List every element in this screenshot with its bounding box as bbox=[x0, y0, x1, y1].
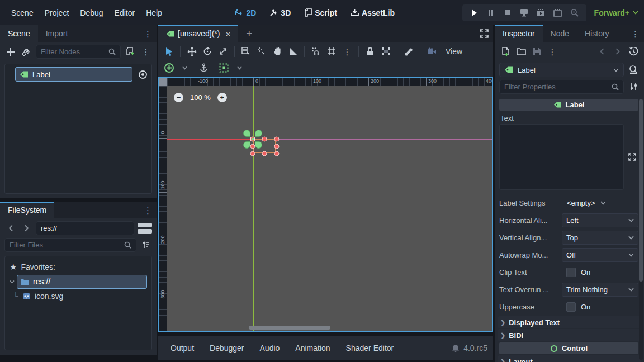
resource-options-menu-icon[interactable]: ⋮ bbox=[546, 45, 558, 58]
move-tool-button[interactable] bbox=[186, 45, 198, 58]
position-select-tool-button[interactable] bbox=[255, 45, 268, 58]
inspector-dock-menu-icon[interactable]: ⋮ bbox=[631, 30, 640, 38]
add-node-button[interactable] bbox=[4, 45, 17, 59]
pan-tool-button[interactable] bbox=[271, 45, 283, 58]
scale-tool-button[interactable] bbox=[217, 45, 229, 58]
new-scene-tab-button[interactable]: + bbox=[238, 25, 260, 42]
resize-handle[interactable] bbox=[250, 151, 255, 156]
collapse-arrow-icon[interactable] bbox=[10, 280, 15, 284]
menu-help[interactable]: Help bbox=[140, 6, 168, 20]
anchor-preset-chevron-icon[interactable] bbox=[178, 61, 191, 74]
tab-import[interactable]: Import bbox=[38, 25, 76, 42]
resize-handle[interactable] bbox=[274, 151, 280, 156]
uppercase-checkbox[interactable] bbox=[566, 302, 576, 312]
smart-snap-button[interactable] bbox=[310, 45, 322, 58]
preview-camera-icon[interactable] bbox=[425, 45, 438, 58]
favorites-row[interactable]: ★ Favorites: bbox=[7, 260, 149, 274]
nav-forward-button[interactable] bbox=[20, 222, 32, 235]
filter-nodes-input[interactable] bbox=[41, 47, 105, 56]
section-bidi[interactable]: ❯BiDi bbox=[498, 329, 641, 341]
remote-debug-button[interactable] bbox=[517, 6, 532, 20]
tab-node[interactable]: Node bbox=[543, 25, 577, 42]
visibility-eye-icon[interactable] bbox=[136, 68, 149, 81]
section-layout[interactable]: ❯Layout bbox=[498, 355, 641, 362]
bone-options-button[interactable] bbox=[402, 45, 415, 58]
file-row-icon-svg[interactable]: └ icon.svg bbox=[7, 289, 149, 303]
scene-node-label[interactable]: Label bbox=[15, 67, 132, 82]
renderer-selector[interactable]: Forward+ bbox=[594, 8, 638, 17]
scene-dock-menu-icon[interactable]: ⋮ bbox=[144, 30, 152, 38]
resize-handle[interactable] bbox=[262, 151, 267, 156]
nav-back-button[interactable] bbox=[4, 222, 17, 235]
close-icon[interactable]: × bbox=[225, 29, 230, 39]
anchor-preset-button[interactable] bbox=[163, 61, 175, 74]
attach-script-button[interactable] bbox=[124, 45, 136, 59]
menu-debug[interactable]: Debug bbox=[74, 6, 108, 20]
save-resource-button[interactable] bbox=[531, 45, 543, 58]
new-resource-button[interactable] bbox=[499, 45, 512, 58]
resize-handle[interactable] bbox=[262, 137, 267, 142]
anchor-marker[interactable] bbox=[243, 130, 250, 137]
container-sizing-button[interactable] bbox=[217, 61, 230, 74]
label-settings-picker[interactable]: <empty> bbox=[562, 199, 638, 207]
2d-viewport[interactable]: -100 0 100 200 300 400 0 100 200 300 bbox=[158, 77, 493, 332]
horizontal-ruler[interactable]: -100 0 100 200 300 400 bbox=[167, 78, 492, 86]
autowrap-mode-dropdown[interactable]: Off bbox=[562, 248, 638, 262]
tab-filesystem[interactable]: FileSystem bbox=[0, 202, 54, 218]
tree-row[interactable]: Label bbox=[7, 66, 149, 82]
history-back-button[interactable] bbox=[596, 45, 608, 58]
res-root-row[interactable]: res:// bbox=[7, 274, 149, 289]
resize-handle[interactable] bbox=[250, 144, 255, 149]
clip-text-checkbox[interactable] bbox=[566, 268, 576, 277]
path-input[interactable] bbox=[41, 224, 129, 232]
sort-files-icon[interactable] bbox=[140, 239, 152, 252]
instance-scene-button[interactable] bbox=[20, 45, 32, 59]
canvas-horizontal-scrollbar[interactable] bbox=[249, 326, 330, 330]
zoom-out-button[interactable]: − bbox=[174, 93, 183, 102]
scene-tree-menu-icon[interactable]: ⋮ bbox=[140, 45, 152, 59]
stop-button[interactable] bbox=[500, 6, 515, 20]
scene-tab-unsaved[interactable]: [unsaved](*) × bbox=[158, 25, 238, 42]
anchor-marker[interactable] bbox=[255, 141, 262, 149]
anchor-marker[interactable] bbox=[255, 130, 262, 137]
property-tools-icon[interactable] bbox=[627, 80, 640, 94]
list-select-tool-button[interactable] bbox=[240, 45, 252, 58]
grid-snap-button[interactable] bbox=[325, 45, 338, 58]
menu-project[interactable]: Project bbox=[39, 6, 75, 20]
tab-2d[interactable]: 2D bbox=[230, 6, 261, 20]
notification-bell-icon[interactable] bbox=[452, 344, 460, 353]
group-node-button[interactable] bbox=[380, 45, 392, 58]
open-docs-button[interactable] bbox=[627, 63, 640, 77]
vertical-ruler[interactable]: 0 100 200 300 bbox=[159, 86, 167, 331]
canvas-area[interactable]: − 100 % + bbox=[167, 86, 492, 331]
load-resource-button[interactable] bbox=[515, 45, 527, 58]
sizing-chevron-icon[interactable] bbox=[233, 61, 245, 74]
horizontal-alignment-dropdown[interactable]: Left bbox=[562, 213, 638, 227]
menu-editor[interactable]: Editor bbox=[109, 6, 141, 20]
object-history-button[interactable] bbox=[627, 45, 640, 58]
snap-options-menu-icon[interactable]: ⋮ bbox=[341, 45, 353, 58]
toggle-split-mode-button[interactable] bbox=[138, 221, 152, 235]
inspector-properties[interactable]: Label Text Label Settings <empty> Horizo… bbox=[495, 97, 644, 362]
lock-node-button[interactable] bbox=[364, 45, 376, 58]
bottom-tab-shader-editor[interactable]: Shader Editor bbox=[339, 340, 401, 356]
filter-files-input[interactable] bbox=[10, 241, 121, 249]
movie-maker-button[interactable] bbox=[567, 6, 582, 20]
resize-handle[interactable] bbox=[274, 144, 280, 149]
bottom-tab-audio[interactable]: Audio bbox=[253, 340, 287, 356]
distraction-free-icon[interactable] bbox=[480, 29, 489, 38]
resize-handle[interactable] bbox=[274, 137, 280, 142]
menu-scene[interactable]: Scene bbox=[6, 6, 39, 20]
expand-textarea-icon[interactable] bbox=[626, 124, 638, 190]
view-menu-button[interactable]: View bbox=[441, 45, 467, 58]
anchor-marker[interactable] bbox=[243, 141, 250, 149]
bottom-tab-output[interactable]: Output bbox=[164, 340, 201, 356]
tab-3d[interactable]: 3D bbox=[265, 6, 295, 20]
bottom-tab-debugger[interactable]: Debugger bbox=[203, 340, 251, 356]
text-property-textarea[interactable] bbox=[499, 124, 624, 190]
text-overrun-dropdown[interactable]: Trim Nothing bbox=[562, 283, 638, 297]
zoom-level[interactable]: 100 % bbox=[190, 93, 211, 102]
res-root-selected[interactable]: res:// bbox=[17, 275, 147, 289]
tab-script[interactable]: Script bbox=[300, 6, 342, 20]
play-custom-scene-button[interactable] bbox=[551, 6, 565, 20]
